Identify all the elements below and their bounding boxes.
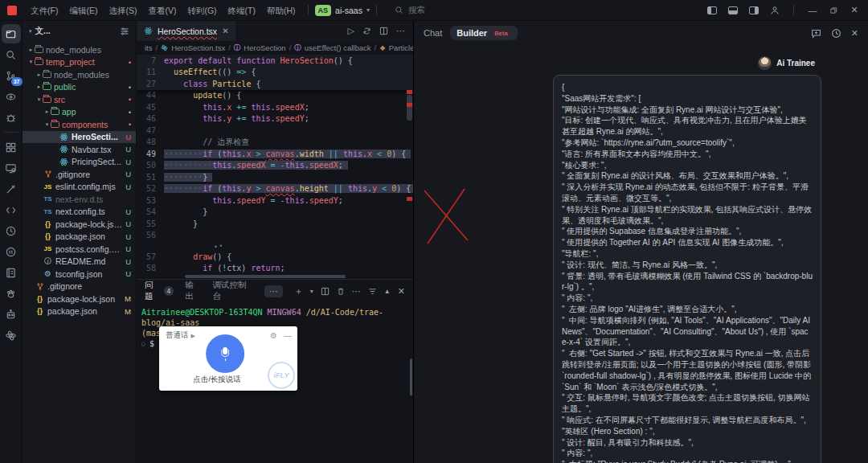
tab-builder[interactable]: Builder Beta	[450, 26, 517, 40]
activity-notebook-icon[interactable]	[2, 263, 21, 282]
tree-item-package-lock.json[interactable]: {}package-lock.jsonU	[23, 218, 136, 231]
toggle-right-panel-button[interactable]	[745, 2, 763, 18]
voice-minimize-icon[interactable]: —	[284, 331, 292, 340]
code-line[interactable]: 50··········this.speedX = -this.speedX;	[137, 160, 413, 172]
code-line[interactable]: 55 }	[137, 218, 413, 230]
horizontal-scrollbar[interactable]	[185, 275, 346, 278]
tree-item-.gitignore[interactable]: .gitignore	[23, 281, 136, 293]
breadcrumb-item[interactable]: HeroSection.tsx	[171, 43, 225, 52]
more-actions-icon[interactable]: ⋯	[352, 286, 361, 297]
editor-scrollbar[interactable]	[407, 95, 412, 121]
more-actions-icon[interactable]: ⋯	[396, 26, 405, 36]
toggle-left-panel-button[interactable]	[703, 2, 721, 18]
code-line[interactable]: 44 update() {	[137, 90, 413, 102]
menu-选择[interactable]: 选择(S)	[103, 2, 142, 18]
global-search[interactable]: 搜索	[395, 5, 425, 16]
activity-debug-icon[interactable]	[2, 108, 21, 127]
sync-icon[interactable]	[362, 27, 371, 35]
tab-output[interactable]: 输出	[185, 280, 201, 302]
sticky-code-line[interactable]: 7export default function HeroSection() {	[137, 55, 413, 67]
code-line[interactable]: 53 this.speedY = -this.speedY;	[137, 195, 413, 207]
activity-atom-settings-icon[interactable]	[2, 326, 21, 345]
split-editor-icon[interactable]	[379, 27, 388, 35]
close-window-button[interactable]: ✕	[845, 2, 863, 18]
code-line[interactable]: 57 draw() {	[137, 251, 413, 263]
activity-source-control-icon[interactable]: 37	[2, 66, 21, 85]
tree-item-src[interactable]: ▾src•	[23, 93, 136, 106]
tree-item-pricingsect...[interactable]: PricingSect...U	[23, 156, 136, 169]
breadcrumb-item[interactable]: Particle	[389, 43, 413, 52]
tree-item-node_modules[interactable]: ▸node_modules	[23, 68, 136, 81]
voice-language-label[interactable]: 普通话	[166, 330, 189, 341]
code-editor[interactable]: 7export default function HeroSection() {…	[137, 55, 413, 279]
breadcrumb-item[interactable]: its	[145, 43, 153, 52]
activity-explorer-icon[interactable]	[2, 24, 21, 43]
tree-item-package.json[interactable]: {}package.jsonM	[23, 305, 136, 318]
activity-preview-icon[interactable]	[2, 87, 21, 106]
terminal-dropdown-icon[interactable]: ▾	[310, 288, 313, 295]
trash-icon[interactable]	[337, 287, 345, 296]
activity-code-snippets-icon[interactable]	[2, 200, 21, 219]
new-terminal-button[interactable]: ＋	[294, 285, 303, 297]
sticky-code-line[interactable]: 27 class Particle {	[137, 78, 413, 90]
activity-recorder-icon[interactable]	[2, 242, 21, 261]
explorer-section-header[interactable]: ▾ 文...	[23, 21, 136, 42]
tree-item-eslint.config.mjs[interactable]: JSeslint.config.mjsU	[23, 181, 136, 194]
tree-item-components[interactable]: ▾components•	[23, 118, 136, 131]
microphone-button[interactable]	[206, 334, 244, 373]
tree-item-navbar.tsx[interactable]: Navbar.tsxU	[23, 143, 136, 156]
minimize-button[interactable]: —	[804, 2, 821, 18]
tree-item-node_modules[interactable]: ▸node_modules	[23, 43, 136, 56]
menu-文件[interactable]: 文件(F)	[25, 2, 63, 18]
voice-settings-gear-icon[interactable]: ⚙	[270, 331, 277, 340]
tree-item-postcss.config.mjs[interactable]: JSpostcss.config.mjsU	[23, 243, 136, 256]
menu-帮助[interactable]: 帮助(H)	[261, 2, 301, 18]
sparkle-icon[interactable]: ✦	[214, 243, 218, 250]
activity-ai-assistant-icon[interactable]	[2, 179, 21, 199]
breadcrumb-item[interactable]: useEffect() callback	[305, 43, 371, 52]
close-panel-icon[interactable]: ✕	[398, 286, 405, 297]
breadcrumb-item[interactable]: HeroSection	[244, 43, 285, 52]
activity-history-icon[interactable]	[2, 221, 21, 240]
code-line[interactable]: 54 }	[137, 207, 413, 219]
filter-icon[interactable]	[368, 287, 377, 296]
split-terminal-icon[interactable]	[321, 287, 330, 296]
menu-转到[interactable]: 转到(G)	[182, 2, 222, 18]
close-panel-icon[interactable]: ✕	[851, 28, 858, 39]
tab-herosection[interactable]: HeroSection.tsx ✕	[137, 21, 237, 41]
tab-problems[interactable]: 问题 4	[145, 280, 174, 302]
sticky-code-line[interactable]: 11 useEffect(() => {	[137, 67, 413, 79]
menu-终端[interactable]: 终端(T)	[223, 2, 261, 18]
new-chat-icon[interactable]	[811, 28, 821, 39]
tune-icon[interactable]	[120, 27, 129, 36]
tree-item-.gitignore[interactable]: .gitignoreU	[23, 168, 136, 181]
terminal-scrollbar[interactable]	[410, 359, 412, 395]
tree-item-herosecti...[interactable]: HeroSecti...U	[23, 131, 136, 144]
activity-extensions-icon[interactable]	[2, 137, 21, 157]
activity-paw-plugin-icon[interactable]	[2, 284, 21, 303]
activity-remote-explorer-icon[interactable]	[2, 158, 21, 178]
tab-chat[interactable]: Chat	[424, 28, 442, 38]
menu-编辑[interactable]: 编辑(E)	[63, 2, 103, 18]
run-button[interactable]: ▷	[348, 26, 354, 36]
tab-debug-console[interactable]: 调试控制台	[212, 280, 252, 302]
tree-item-app[interactable]: ▸app•	[23, 106, 136, 119]
tree-item-public[interactable]: ▸public•	[23, 81, 136, 94]
code-line[interactable]: 48 // 边界检查	[137, 137, 413, 149]
code-line[interactable]: 52········if (this.y > canvas.height || …	[137, 183, 413, 195]
activity-search-icon[interactable]	[2, 45, 21, 64]
workspace-switcher[interactable]: AS ai-saas ▾	[315, 5, 370, 16]
tree-item-next.config.ts[interactable]: TSnext.config.tsU	[23, 206, 136, 219]
restore-button[interactable]	[825, 2, 842, 18]
voice-input-widget[interactable]: 普通话 ▶ ⚙ — 点击/长按说话 iFLY	[159, 326, 297, 391]
close-tab-icon[interactable]: ✕	[222, 27, 228, 35]
toggle-bottom-panel-button[interactable]	[724, 2, 742, 18]
tree-item-readme.md[interactable]: iREADME.mdU	[23, 256, 136, 268]
tree-item-next-env.d.ts[interactable]: TSnext-env.d.ts	[23, 193, 136, 206]
code-line[interactable]: 47	[137, 125, 413, 137]
menu-查看[interactable]: 查看(V)	[142, 2, 182, 18]
code-line[interactable]: 46 this.y += this.speedY;	[137, 113, 413, 125]
tree-item-package.json[interactable]: {}package.jsonU	[23, 231, 136, 244]
activity-robot-plugin-icon[interactable]	[2, 305, 21, 324]
account-icon[interactable]	[766, 2, 784, 18]
